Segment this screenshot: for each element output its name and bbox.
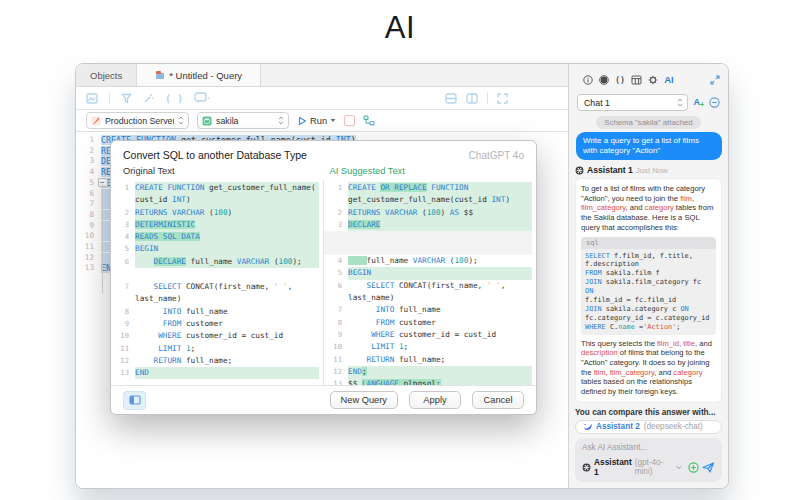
run-dropdown-icon — [330, 118, 336, 123]
table-structure-icon[interactable] — [631, 75, 642, 85]
cancel-button[interactable]: Cancel — [472, 391, 524, 409]
chat-messages: Schema "sakila" attached Write a query t… — [569, 111, 728, 434]
answer-paragraph-1: To get a list of films with the category… — [581, 184, 716, 233]
fullscreen-icon[interactable] — [497, 93, 508, 104]
tab-bar: Objects * Untitled - Query — [76, 64, 568, 87]
tab-untitled-query-label: * Untitled - Query — [169, 70, 242, 81]
toggle-sidebar-icon[interactable] — [123, 391, 146, 410]
add-context-icon[interactable] — [688, 462, 699, 473]
assistant-name: Assistant 1 — [587, 165, 633, 175]
database-icon — [202, 116, 212, 126]
assistant-message-header: Assistant 1 Just Now — [575, 165, 722, 175]
query-toolbar: ( ) — [76, 87, 568, 110]
chat-selector-row: Chat 1 A+ — [569, 91, 728, 111]
query-doc-icon — [155, 70, 165, 80]
chat-name: Chat 1 — [584, 98, 677, 108]
code-language-label: sql — [581, 237, 716, 249]
answer-paragraph-2: This query selects the film_id, title, a… — [581, 339, 716, 397]
new-query-button[interactable]: New Query — [330, 391, 399, 409]
toolbar-separator — [109, 92, 110, 104]
stepper-icon — [278, 116, 284, 125]
dialog-model-label: ChatGPT 4o — [469, 150, 524, 161]
info-icon[interactable] — [583, 75, 593, 85]
fold-scope-line — [102, 184, 103, 294]
chevron-down-icon — [676, 465, 682, 470]
server-select[interactable]: Production Server — [86, 112, 189, 129]
diff-view: 1CREATE FUNCTION get_customer_full_name(… — [111, 180, 536, 385]
braces-icon[interactable]: ( ) — [165, 93, 183, 104]
convert-sql-dialog: Convert SQL to another Database Type Cha… — [110, 140, 537, 415]
stepper-icon — [677, 98, 683, 107]
input-assistant-row: Assistant 1 (gpt-4o-mini) — [582, 457, 715, 477]
run-button[interactable]: Run — [297, 116, 336, 126]
ask-ai-input[interactable]: Ask AI Assistant... Assistant 1 (gpt-4o-… — [575, 438, 722, 482]
selected-assistant[interactable]: Assistant 1 — [594, 457, 632, 477]
selected-model: (gpt-4o-mini) — [635, 458, 674, 476]
stop-button[interactable] — [344, 115, 355, 126]
ai-panel-tab[interactable]: AI — [664, 74, 674, 85]
tab-bar-empty — [261, 64, 568, 86]
layout-icons — [445, 92, 508, 104]
export-icon[interactable] — [86, 93, 98, 104]
fold-toggle-icon[interactable] — [98, 178, 108, 187]
schema-attachment-pill: Schema "sakila" attached — [596, 116, 700, 129]
input-placeholder: Ask AI Assistant... — [582, 443, 715, 452]
server-icon — [91, 116, 101, 126]
sql-code-block: sql SELECT f.film_id, f.title, f.descrip… — [581, 237, 716, 335]
remove-chat-icon[interactable] — [709, 97, 720, 108]
send-icon[interactable] — [702, 462, 715, 473]
stepper-icon — [178, 116, 184, 125]
toolbar-separator — [487, 92, 488, 104]
original-text-header: Original Text — [123, 166, 330, 176]
run-icon — [297, 116, 307, 126]
tab-untitled-query[interactable]: * Untitled - Query — [137, 64, 261, 86]
page-title: AI — [0, 10, 800, 46]
expand-panel-icon[interactable] — [710, 75, 720, 85]
query-params-icon[interactable]: () — [615, 75, 625, 85]
explain-plan-icon[interactable] — [363, 115, 375, 126]
server-name: Production Server — [105, 116, 174, 126]
chat-select[interactable]: Chat 1 — [577, 94, 688, 111]
dialog-footer: New Query Apply Cancel — [111, 385, 536, 414]
tab-objects[interactable]: Objects — [76, 64, 137, 86]
filter-icon[interactable] — [121, 93, 132, 104]
message-timestamp: Just Now — [636, 166, 668, 175]
add-assistant-icon[interactable]: A+ — [693, 98, 704, 107]
database-select[interactable]: sakila — [197, 112, 289, 129]
tab-objects-label: Objects — [90, 70, 122, 81]
panel-tab-icons: () AI — [569, 64, 728, 91]
dialog-title: Convert SQL to another Database Type — [123, 149, 469, 161]
split-vertical-icon[interactable] — [466, 93, 478, 104]
suggested-sql-pane: 1CREATE OR REPLACE FUNCTION get_customer… — [323, 180, 536, 385]
assistant-2-name: Assistant 2 — [596, 422, 640, 431]
settings-gear-icon[interactable] — [648, 75, 658, 85]
dialog-header: Convert SQL to another Database Type Cha… — [111, 141, 536, 163]
ai-assistant-toolbar-icon[interactable] — [194, 92, 210, 104]
compare-label: You can compare this answer with... — [575, 408, 722, 417]
compare-assistant-2-button[interactable]: Assistant 2 (deepseek-chat) — [575, 420, 722, 434]
ai-suggested-text-header: AI Suggested Text — [330, 166, 537, 176]
split-horizontal-icon[interactable] — [445, 93, 457, 104]
deepseek-icon — [583, 423, 592, 431]
apply-button[interactable]: Apply — [409, 391, 461, 409]
assistant-message-card: To get a list of films with the category… — [575, 178, 722, 403]
console-icon[interactable] — [599, 75, 609, 85]
code-body: SELECT f.film_id, f.title, f.description… — [581, 249, 716, 335]
format-wand-icon[interactable] — [143, 93, 154, 104]
assistant-2-model: (deepseek-chat) — [644, 422, 703, 431]
openai-icon — [575, 166, 584, 175]
original-sql-pane: 1CREATE FUNCTION get_customer_full_name(… — [111, 180, 323, 385]
database-name: sakila — [216, 116, 274, 126]
user-message-bubble: Write a query to get a list of films wit… — [576, 132, 722, 160]
run-label: Run — [310, 116, 327, 126]
dialog-column-headers: Original Text AI Suggested Text — [111, 163, 536, 180]
connection-bar: Production Server sakila Run — [76, 110, 568, 132]
ai-assistant-panel: () AI Chat 1 A+ Schema "sakila" attached… — [568, 64, 728, 488]
openai-icon — [582, 463, 591, 472]
